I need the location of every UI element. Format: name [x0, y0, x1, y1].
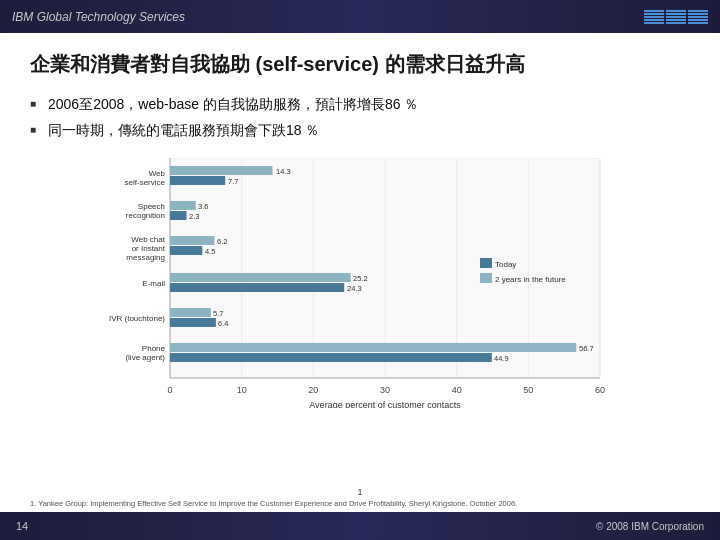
- bar-chart: 0 10 20 30 40 50 60 Average percent of c…: [40, 158, 680, 408]
- footnote-area: 1 1. Yankee Group: Implementing Effectiv…: [30, 487, 690, 508]
- svg-text:44.9: 44.9: [494, 354, 509, 363]
- svg-text:messaging: messaging: [126, 253, 165, 262]
- chart-container: 0 10 20 30 40 50 60 Average percent of c…: [40, 158, 680, 408]
- page-heading: 企業和消費者對自我協助 (self-service) 的需求日益升高: [30, 51, 690, 78]
- svg-text:4.5: 4.5: [205, 247, 215, 256]
- copyright: © 2008 IBM Corporation: [596, 521, 704, 532]
- svg-rect-17: [170, 166, 273, 175]
- svg-text:6.4: 6.4: [218, 319, 228, 328]
- svg-rect-43: [170, 318, 216, 327]
- footer: 14 © 2008 IBM Corporation: [0, 512, 720, 540]
- svg-text:IVR (touchtone): IVR (touchtone): [109, 314, 165, 323]
- svg-text:24.3: 24.3: [347, 284, 362, 293]
- svg-text:(live agent): (live agent): [125, 353, 165, 362]
- svg-text:3.6: 3.6: [198, 202, 208, 211]
- svg-text:Today: Today: [495, 260, 516, 269]
- svg-text:Average percent of customer co: Average percent of customer contacts: [309, 400, 461, 408]
- svg-text:Speech: Speech: [138, 202, 165, 211]
- svg-text:50: 50: [523, 385, 533, 395]
- svg-rect-29: [170, 236, 214, 245]
- bullet-item-2: 同一時期，傳統的電話服務預期會下跌18 ％: [30, 122, 690, 140]
- svg-rect-31: [170, 246, 202, 255]
- svg-text:6.2: 6.2: [217, 237, 227, 246]
- svg-text:14.3: 14.3: [276, 167, 291, 176]
- svg-text:Web chat: Web chat: [131, 235, 165, 244]
- header: IBM Global Technology Services: [0, 0, 720, 33]
- bullet-item-1: 2006至2008，web-base 的自我協助服務，預計將增長86 ％: [30, 96, 690, 114]
- svg-text:56.7: 56.7: [579, 344, 594, 353]
- main-content: 企業和消費者對自我協助 (self-service) 的需求日益升高 2006至…: [0, 33, 720, 418]
- bullet-list: 2006至2008，web-base 的自我協助服務，預計將增長86 ％ 同一時…: [30, 96, 690, 140]
- svg-rect-41: [170, 308, 211, 317]
- ibm-logo: [644, 10, 708, 24]
- svg-rect-23: [170, 201, 196, 210]
- svg-text:recognition: recognition: [126, 211, 165, 220]
- svg-text:Phone: Phone: [142, 344, 166, 353]
- svg-rect-38: [170, 283, 344, 292]
- svg-rect-36: [170, 273, 351, 282]
- svg-text:0: 0: [167, 385, 172, 395]
- svg-text:2 years in the future: 2 years in the future: [495, 275, 566, 284]
- svg-text:2.3: 2.3: [189, 212, 199, 221]
- footnote-text: 1. Yankee Group: Implementing Effective …: [30, 499, 690, 508]
- svg-text:self-service: self-service: [125, 178, 166, 187]
- svg-text:60: 60: [595, 385, 605, 395]
- svg-text:25.2: 25.2: [353, 274, 368, 283]
- svg-text:Web: Web: [149, 169, 166, 178]
- svg-text:10: 10: [237, 385, 247, 395]
- svg-rect-48: [170, 353, 492, 362]
- svg-rect-25: [170, 211, 187, 220]
- svg-rect-54: [480, 273, 492, 283]
- svg-text:or Instant: or Instant: [132, 244, 166, 253]
- footnote-number: 1: [30, 487, 690, 497]
- svg-text:20: 20: [308, 385, 318, 395]
- svg-rect-19: [170, 176, 225, 185]
- header-title: IBM Global Technology Services: [12, 10, 185, 24]
- svg-rect-46: [170, 343, 576, 352]
- svg-text:30: 30: [380, 385, 390, 395]
- page-number: 14: [16, 520, 28, 532]
- svg-text:E-mail: E-mail: [142, 279, 165, 288]
- svg-text:40: 40: [452, 385, 462, 395]
- svg-text:5.7: 5.7: [213, 309, 223, 318]
- svg-rect-52: [480, 258, 492, 268]
- svg-text:7.7: 7.7: [228, 177, 238, 186]
